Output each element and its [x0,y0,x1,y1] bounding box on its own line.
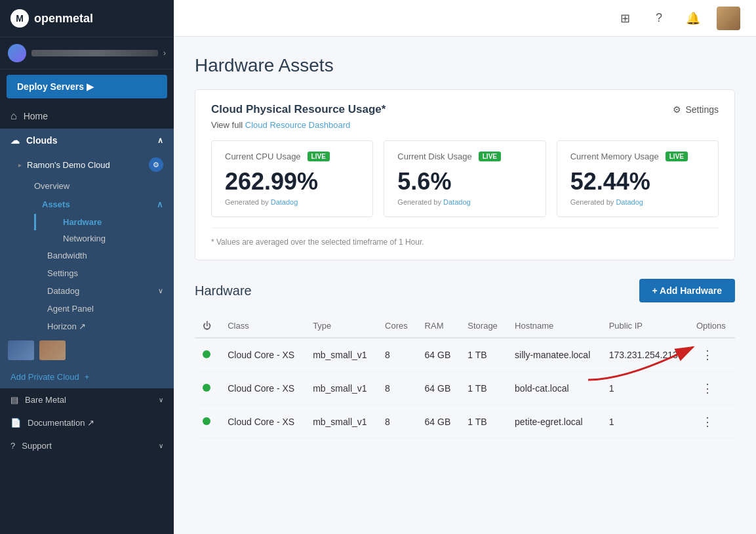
avatar [8,44,26,62]
sidebar-item-datadog[interactable]: Datadog ∨ [24,282,174,300]
cpu-live-badge: LIVE [308,152,330,161]
table-row: Cloud Core - XS mb_small_v1 8 64 GB 1 TB… [195,338,735,372]
cell-class: Cloud Core - XS [220,338,305,372]
cell-hostname: bold-cat.local [507,372,601,405]
cloud-thumb-2[interactable] [39,340,66,360]
cell-hostname: petite-egret.local [507,405,601,439]
datadog-chevron-icon: ∨ [158,287,163,295]
cell-cores: 8 [377,405,417,439]
settings-button[interactable]: ⚙ Settings [673,104,719,115]
cell-storage: 1 TB [460,372,507,405]
sidebar-item-settings[interactable]: Settings [24,264,174,282]
sidebar-item-label: Home [24,111,48,121]
main-content: ⊞ ? 🔔 Hardware Assets Cloud Physical Res… [174,0,756,534]
options-button[interactable]: ⋮ [696,346,719,363]
support-icon: ? [10,441,15,451]
bell-icon[interactable]: 🔔 [683,8,704,29]
cloud-badge-icon: ⚙ [149,157,163,172]
cell-type: mb_small_v1 [305,372,377,405]
sidebar-item-bandwidth[interactable]: Bandwidth [24,247,174,264]
sidebar-item-agent-panel[interactable]: Agent Panel [24,300,174,318]
clouds-label: Clouds [26,135,57,146]
cpu-metric: Current CPU Usage LIVE 262.99% Generated… [211,140,373,217]
cloud-name-label: Ramon's Demo Cloud [27,160,110,170]
memory-live-badge: LIVE [666,152,688,161]
add-private-cloud-button[interactable]: Add Private Cloud + [0,365,174,388]
hardware-table: ⏻ Class Type Cores RAM Storage Hostname … [195,314,735,439]
col-public-ip: Public IP [601,314,688,338]
support-label: Support [22,441,52,451]
grid-icon[interactable]: ⊞ [614,8,635,29]
table-row: Cloud Core - XS mb_small_v1 8 64 GB 1 TB… [195,372,735,405]
disk-label: Current Disk Usage [397,152,471,161]
sidebar-item-documentation[interactable]: 📄 Documentation ↗ [0,411,174,434]
logo-text: openmetal [34,12,93,26]
col-cores: Cores [377,314,417,338]
disk-value: 5.6% [397,168,532,195]
options-button[interactable]: ⋮ [696,413,719,430]
sidebar-item-networking[interactable]: Networking [34,230,174,247]
cell-type: mb_small_v1 [305,338,377,372]
cpu-generated: Generated by Datadog [225,198,359,206]
page-title: Hardware Assets [195,55,735,76]
memory-metric: Current Memory Usage LIVE 52.44% Generat… [557,140,719,217]
sidebar-item-hardware[interactable]: Hardware [34,214,174,230]
cpu-datadog-link[interactable]: Datadog [271,198,298,206]
logo-icon: M [10,9,29,28]
cloud-thumb-1[interactable] [8,340,34,360]
cell-class: Cloud Core - XS [220,405,305,439]
disk-metric: Current Disk Usage LIVE 5.6% Generated b… [384,140,546,217]
documentation-icon: 📄 [10,418,21,428]
sidebar-item-assets[interactable]: Assets ∧ [24,195,174,214]
sidebar-item-cloud-name[interactable]: ▸ Ramon's Demo Cloud ⚙ [0,152,174,177]
add-hardware-button[interactable]: + Add Hardware [639,279,735,302]
sidebar-item-horizon[interactable]: Horizon ↗ [24,318,174,335]
timeframe-note: * Values are averaged over the selected … [211,228,719,247]
status-indicator [203,384,210,392]
cpu-value: 262.99% [225,168,359,195]
sidebar-item-support[interactable]: ? Support ∨ [0,434,174,457]
topbar: ⊞ ? 🔔 [174,0,756,37]
status-indicator [203,350,210,358]
col-hostname: Hostname [507,314,601,338]
cell-ram: 64 GB [417,405,460,439]
options-button[interactable]: ⋮ [696,380,719,397]
col-class: Class [220,314,305,338]
dashboard-link[interactable]: Cloud Resource Dashboard [245,120,350,130]
documentation-label: Documentation ↗ [28,418,94,428]
memory-datadog-link[interactable]: Datadog [616,198,643,206]
cell-public-ip: 1 [601,405,688,439]
cell-public-ip: 1 [601,372,688,405]
disk-live-badge: LIVE [479,152,501,161]
cloud-icon: ☁ [10,135,20,146]
memory-generated: Generated by Datadog [570,198,705,206]
cell-storage: 1 TB [460,405,507,439]
sidebar-item-bare-metal[interactable]: ▤ Bare Metal ∨ [0,388,174,411]
disk-datadog-link[interactable]: Datadog [443,198,471,206]
sidebar-item-overview[interactable]: Overview [24,177,174,195]
cell-storage: 1 TB [460,338,507,372]
resource-link-area: View full Cloud Resource Dashboard [211,120,719,130]
col-storage: Storage [460,314,507,338]
sidebar-item-home[interactable]: ⌂ Home [0,104,174,129]
chevron-right-icon: › [163,49,166,58]
col-type: Type [305,314,377,338]
memory-label: Current Memory Usage [570,152,659,161]
logo-area: M openmetal [0,0,174,37]
cell-hostname: silly-manatee.local [507,338,601,372]
help-icon[interactable]: ? [648,8,669,29]
metrics-row: Current CPU Usage LIVE 262.99% Generated… [211,140,719,217]
user-name [31,50,158,56]
table-row: Cloud Core - XS mb_small_v1 8 64 GB 1 TB… [195,405,735,439]
deploy-servers-button[interactable]: Deploy Servers ▶ [7,75,167,98]
user-section[interactable]: › [0,37,174,70]
cell-class: Cloud Core - XS [220,372,305,405]
sidebar-item-clouds[interactable]: ☁ Clouds ∧ [0,129,174,152]
resource-card-title: Cloud Physical Resource Usage* [211,103,386,116]
cell-ram: 64 GB [417,338,460,372]
topbar-avatar[interactable] [717,7,740,30]
home-icon: ⌂ [10,110,17,122]
support-chevron-icon: ∨ [159,442,163,449]
col-status: ⏻ [195,314,220,338]
add-cloud-label: Add Private Cloud [10,372,79,382]
